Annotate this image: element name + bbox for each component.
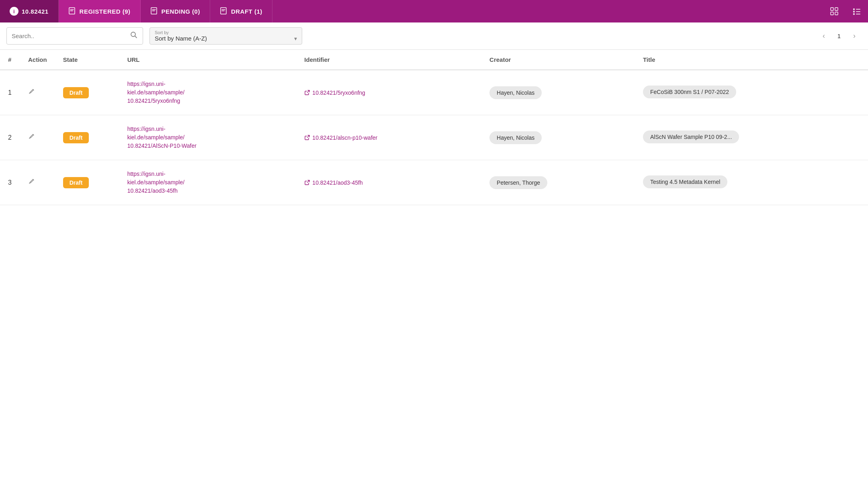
svg-rect-4: [835, 8, 838, 10]
cell-identifier-3: 10.82421/aod3-45fh: [296, 160, 481, 205]
svg-rect-7: [853, 8, 855, 10]
table-header-row: # Action State URL Identifier Creator Ti…: [0, 50, 868, 70]
grid-view-button[interactable]: [823, 0, 845, 22]
nav-tab-registered[interactable]: REGISTERED (9): [59, 0, 141, 22]
col-header-creator: Creator: [481, 50, 635, 70]
nav-info-tab[interactable]: i 10.82421: [0, 0, 59, 22]
cell-creator-2: Hayen, Nicolas: [481, 115, 635, 160]
cell-state-1: Draft: [55, 70, 119, 115]
svg-rect-12: [856, 14, 860, 14]
registered-icon: [68, 6, 76, 16]
list-view-button[interactable]: [845, 0, 868, 22]
edit-icon[interactable]: [28, 134, 35, 142]
identifier-link[interactable]: 10.82421/5ryxo6nfng: [304, 90, 473, 96]
col-header-url: URL: [119, 50, 297, 70]
cell-title-1: FeCoSiB 300nm S1 / P07-2022: [635, 70, 868, 115]
col-header-state: State: [55, 50, 119, 70]
cell-num-1: 1: [0, 70, 20, 115]
state-badge: Draft: [63, 132, 89, 143]
title-badge: Testing 4.5 Metadata Kernel: [643, 175, 727, 188]
col-header-action: Action: [20, 50, 55, 70]
edit-icon[interactable]: [28, 89, 35, 97]
cell-identifier-2: 10.82421/alscn-p10-wafer: [296, 115, 481, 160]
svg-point-13: [131, 32, 135, 37]
svg-rect-5: [831, 12, 833, 15]
pending-icon: [150, 6, 158, 16]
sort-dropdown[interactable]: Sort by Sort by Name (A-Z) ▾: [149, 27, 302, 45]
page-number: 1: [834, 33, 844, 39]
state-badge: Draft: [63, 87, 89, 98]
cell-title-2: AlScN Wafer Sample P10 09-2...: [635, 115, 868, 160]
pagination-controls: ‹ 1 ›: [817, 29, 862, 43]
cell-num-2: 2: [0, 115, 20, 160]
svg-rect-3: [831, 8, 833, 10]
edit-icon[interactable]: [28, 179, 35, 187]
url-link[interactable]: https://igsn.uni-kiel.de/sample/sample/1…: [127, 171, 184, 194]
draft-label: DRAFT (1): [231, 8, 262, 15]
url-link[interactable]: https://igsn.uni-kiel.de/sample/sample/1…: [127, 126, 197, 149]
title-badge: AlScN Wafer Sample P10 09-2...: [643, 130, 739, 143]
sort-value: Sort by Name (A-Z): [155, 35, 207, 42]
cell-state-3: Draft: [55, 160, 119, 205]
toolbar: Sort by Sort by Name (A-Z) ▾ ‹ 1 ›: [0, 22, 868, 50]
search-box: [6, 27, 143, 45]
svg-rect-6: [835, 12, 838, 15]
cell-state-2: Draft: [55, 115, 119, 160]
cell-creator-1: Hayen, Nicolas: [481, 70, 635, 115]
url-link[interactable]: https://igsn.uni-kiel.de/sample/sample/1…: [127, 81, 184, 104]
svg-rect-8: [856, 9, 860, 10]
table-row: 3 Draft https://igsn.uni-kiel.de/sample/…: [0, 160, 868, 205]
search-input[interactable]: [12, 33, 127, 39]
prev-page-button[interactable]: ‹: [817, 29, 831, 43]
state-badge: Draft: [63, 177, 89, 188]
sort-label: Sort by: [155, 30, 297, 35]
col-header-num: #: [0, 50, 20, 70]
cell-title-3: Testing 4.5 Metadata Kernel: [635, 160, 868, 205]
nav-tab-pending[interactable]: PENDING (0): [141, 0, 210, 22]
creator-badge: Petersen, Thorge: [489, 176, 547, 189]
svg-rect-11: [853, 13, 855, 15]
cell-action-2: [20, 115, 55, 160]
identifier-link[interactable]: 10.82421/alscn-p10-wafer: [304, 134, 473, 141]
cell-identifier-1: 10.82421/5ryxo6nfng: [296, 70, 481, 115]
col-header-title: Title: [635, 50, 868, 70]
view-toggle-group: [823, 0, 868, 22]
svg-rect-10: [856, 11, 860, 12]
top-navigation: i 10.82421 REGISTERED (9) PENDING (0) DR: [0, 0, 868, 22]
cell-creator-3: Petersen, Thorge: [481, 160, 635, 205]
svg-rect-9: [853, 11, 855, 12]
nav-info-label: 10.82421: [22, 8, 49, 15]
col-header-identifier: Identifier: [296, 50, 481, 70]
pending-label: PENDING (0): [162, 8, 200, 15]
samples-table: # Action State URL Identifier Creator Ti…: [0, 50, 868, 205]
cell-url-3: https://igsn.uni-kiel.de/sample/sample/1…: [119, 160, 297, 205]
creator-badge: Hayen, Nicolas: [489, 131, 542, 144]
identifier-link[interactable]: 10.82421/aod3-45fh: [304, 179, 473, 186]
table-row: 2 Draft https://igsn.uni-kiel.de/sample/…: [0, 115, 868, 160]
table-row: 1 Draft https://igsn.uni-kiel.de/sample/…: [0, 70, 868, 115]
nav-tab-draft[interactable]: DRAFT (1): [210, 0, 272, 22]
registered-label: REGISTERED (9): [80, 8, 131, 15]
samples-table-container: # Action State URL Identifier Creator Ti…: [0, 50, 868, 205]
cell-url-1: https://igsn.uni-kiel.de/sample/sample/1…: [119, 70, 297, 115]
info-icon: i: [10, 7, 18, 16]
cell-url-2: https://igsn.uni-kiel.de/sample/sample/1…: [119, 115, 297, 160]
search-icon[interactable]: [130, 31, 138, 41]
cell-num-3: 3: [0, 160, 20, 205]
title-badge: FeCoSiB 300nm S1 / P07-2022: [643, 86, 736, 98]
creator-badge: Hayen, Nicolas: [489, 86, 542, 99]
next-page-button[interactable]: ›: [847, 29, 862, 43]
chevron-down-icon: ▾: [294, 35, 297, 42]
cell-action-3: [20, 160, 55, 205]
cell-action-1: [20, 70, 55, 115]
draft-icon: [220, 6, 228, 16]
